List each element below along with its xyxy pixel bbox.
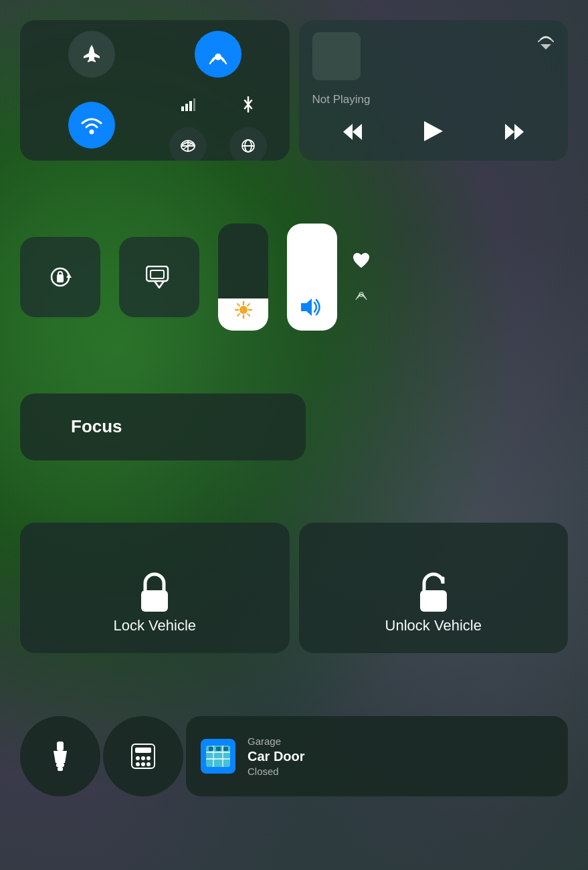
- vpn-button[interactable]: [169, 127, 207, 161]
- svg-rect-2: [181, 106, 184, 111]
- garage-name: Car Door: [248, 748, 305, 765]
- svg-marker-16: [505, 124, 514, 140]
- flashlight-button[interactable]: [20, 716, 100, 796]
- svg-rect-54: [209, 747, 213, 751]
- svg-marker-17: [514, 124, 524, 140]
- unlock-vehicle-button[interactable]: Unlock Vehicle: [299, 523, 569, 653]
- album-art: [312, 32, 361, 80]
- svg-point-46: [136, 762, 140, 766]
- unlock-icon: [415, 572, 452, 617]
- svg-rect-56: [223, 747, 228, 751]
- garage-status: Closed: [248, 765, 305, 778]
- lock-vehicle-button[interactable]: Lock Vehicle: [20, 523, 290, 653]
- svg-point-48: [146, 762, 151, 766]
- svg-line-31: [248, 304, 250, 306]
- rotation-lock-button[interactable]: [20, 237, 100, 317]
- svg-line-30: [248, 314, 250, 316]
- garage-door-icon: [201, 739, 235, 774]
- svg-rect-42: [135, 748, 151, 753]
- unlock-vehicle-label: Unlock Vehicle: [385, 617, 482, 634]
- bluetooth-button[interactable]: [229, 86, 267, 123]
- lock-icon: [136, 572, 173, 617]
- svg-point-24: [239, 306, 248, 314]
- svg-point-44: [141, 756, 145, 760]
- garage-door-button[interactable]: Garage Car Door Closed: [186, 716, 568, 796]
- signal-icon: [353, 288, 369, 302]
- svg-rect-37: [57, 742, 64, 751]
- svg-line-32: [237, 314, 239, 316]
- svg-rect-36: [420, 590, 447, 612]
- wifi-button[interactable]: [68, 102, 115, 149]
- svg-marker-14: [343, 124, 353, 140]
- garage-text: Garage Car Door Closed: [248, 735, 305, 778]
- svg-marker-19: [66, 273, 72, 278]
- airplane-mode-button[interactable]: [68, 31, 115, 78]
- not-playing-label: Not Playing: [312, 93, 555, 106]
- svg-point-47: [141, 762, 145, 766]
- svg-rect-5: [193, 98, 195, 111]
- connectivity-tile: [20, 20, 290, 161]
- svg-line-29: [237, 304, 239, 306]
- lock-vehicle-label: Lock Vehicle: [113, 617, 196, 634]
- svg-rect-3: [185, 104, 188, 111]
- svg-marker-13: [353, 124, 362, 140]
- focus-button[interactable]: Focus: [20, 394, 306, 460]
- airplay-button[interactable]: [537, 32, 555, 54]
- airdrop-button[interactable]: [195, 31, 241, 78]
- brightness-slider[interactable]: [218, 224, 268, 331]
- media-tile: Not Playing: [299, 20, 569, 161]
- play-button[interactable]: [417, 118, 450, 149]
- garage-title: Garage: [248, 735, 305, 748]
- svg-marker-38: [54, 751, 67, 763]
- prev-button[interactable]: [336, 121, 369, 147]
- svg-point-43: [136, 756, 140, 760]
- svg-rect-55: [216, 747, 221, 751]
- focus-label: Focus: [71, 416, 122, 437]
- globe-button[interactable]: [229, 127, 267, 161]
- svg-point-1: [89, 130, 94, 135]
- svg-rect-4: [189, 101, 192, 111]
- svg-rect-35: [141, 590, 168, 612]
- svg-point-45: [146, 756, 151, 760]
- svg-marker-33: [301, 298, 312, 316]
- next-button[interactable]: [498, 121, 530, 147]
- svg-marker-15: [424, 121, 443, 141]
- svg-rect-40: [58, 767, 63, 771]
- cellular-button[interactable]: [169, 86, 207, 123]
- moon-icon: [36, 414, 60, 440]
- heart-button[interactable]: [352, 252, 371, 274]
- svg-rect-23: [151, 270, 164, 278]
- screen-mirror-button[interactable]: [119, 237, 199, 317]
- volume-slider[interactable]: [287, 224, 337, 331]
- svg-rect-39: [56, 763, 64, 767]
- flashlight-icon: [50, 742, 70, 771]
- calculator-button[interactable]: [103, 716, 183, 796]
- calculator-icon: [131, 744, 155, 769]
